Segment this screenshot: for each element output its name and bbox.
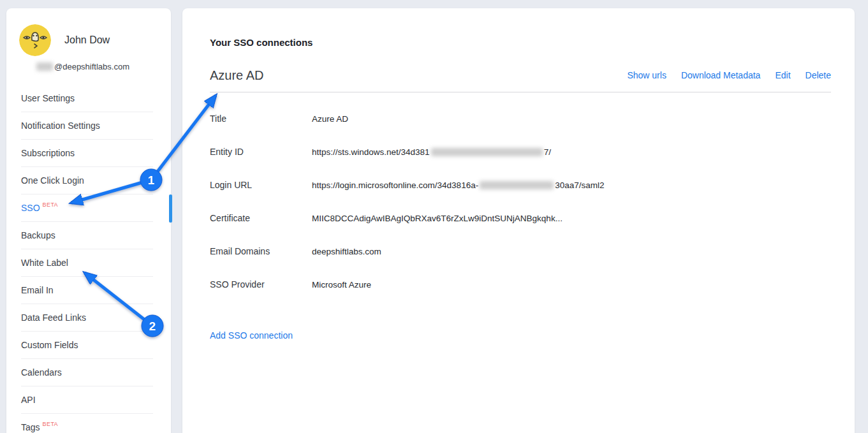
field-row-entity-id: Entity ID https://sts.windows.net/34d381… — [210, 145, 831, 159]
field-label: Login URL — [210, 180, 312, 190]
edit-link[interactable]: Edit — [775, 67, 790, 84]
active-item-indicator — [169, 194, 172, 223]
redacted-text — [480, 181, 554, 189]
show-urls-link[interactable]: Show urls — [627, 67, 666, 84]
field-value: deepshiftlabs.com — [312, 247, 381, 256]
field-value: MIIC8DCCAdigAwIBAgIQbRXav6T6rZxLw9iDntSU… — [312, 214, 563, 223]
value-suffix: 7/ — [544, 147, 551, 157]
value-suffix: 30aa7/saml2 — [555, 180, 604, 190]
field-label: SSO Provider — [210, 279, 312, 290]
header-divider — [210, 92, 831, 92]
sidebar-item-label: Data Feed Links — [21, 312, 86, 323]
beta-badge: BETA — [43, 421, 58, 427]
connection-header: Azure AD Show urls Download Metadata Edi… — [210, 67, 831, 84]
sidebar-item-tags[interactable]: Tags BETA — [21, 414, 153, 433]
field-row-certificate: Certificate MIIC8DCCAdigAwIBAgIQbRXav6T6… — [210, 211, 831, 225]
sidebar-settings-card: John Dow @deepshiftlabs.com User Setting… — [6, 8, 171, 433]
field-label: Certificate — [210, 213, 312, 223]
sidebar-item-white-label[interactable]: White Label — [21, 249, 153, 277]
field-row-title: Title Azure AD — [210, 112, 831, 126]
sidebar-item-label: Backups — [21, 230, 55, 240]
beta-badge: BETA — [43, 202, 58, 208]
delete-link[interactable]: Delete — [805, 67, 831, 84]
connection-actions: Show urls Download Metadata Edit Delete — [627, 67, 831, 84]
field-value: Microsoft Azure — [312, 280, 371, 290]
settings-nav: User Settings Notification Settings Subs… — [6, 85, 171, 433]
sidebar-item-label: Calendars — [21, 367, 62, 378]
sidebar-item-custom-fields[interactable]: Custom Fields — [21, 332, 153, 359]
download-metadata-link[interactable]: Download Metadata — [681, 67, 761, 84]
sidebar-item-label: API — [21, 395, 36, 405]
sidebar-item-label: White Label — [21, 258, 68, 268]
redacted-text — [431, 148, 543, 156]
redacted-email-prefix — [36, 62, 53, 71]
value-prefix: https://sts.windows.net/34d381 — [312, 147, 430, 157]
field-label: Entity ID — [210, 147, 312, 157]
sso-connections-panel: Your SSO connections Azure AD Show urls … — [182, 8, 855, 433]
sidebar-item-backups[interactable]: Backups — [21, 222, 153, 249]
avatar — [19, 24, 51, 56]
field-row-login-url: Login URL https://login.microsoftonline.… — [210, 178, 831, 192]
sidebar-item-label: Subscriptions — [21, 148, 75, 158]
sidebar-item-label: Custom Fields — [21, 340, 78, 350]
field-row-sso-provider: SSO Provider Microsoft Azure — [210, 277, 831, 291]
profile-email: @deepshiftlabs.com — [6, 62, 171, 71]
field-value: https://sts.windows.net/34d381 7/ — [312, 147, 551, 157]
sidebar-item-label: Notification Settings — [21, 121, 100, 131]
sidebar-item-email-in[interactable]: Email In — [21, 277, 153, 304]
profile-name: John Dow — [64, 34, 110, 46]
sidebar-item-label: Email In — [21, 285, 54, 295]
profile-email-text: @deepshiftlabs.com — [54, 62, 129, 71]
sidebar-item-sso[interactable]: SSO BETA — [21, 194, 153, 222]
sidebar-item-calendars[interactable]: Calendars — [21, 359, 153, 386]
field-value: Azure AD — [312, 114, 348, 124]
field-label: Title — [210, 114, 312, 124]
page-title: Your SSO connections — [210, 37, 831, 48]
sidebar-item-data-feed-links[interactable]: Data Feed Links — [21, 304, 153, 332]
sidebar-item-notification-settings[interactable]: Notification Settings — [21, 112, 153, 140]
add-sso-connection-link[interactable]: Add SSO connection — [210, 330, 293, 341]
sidebar-item-label: User Settings — [21, 93, 75, 103]
field-row-email-domains: Email Domains deepshiftlabs.com — [210, 244, 831, 258]
sidebar-item-user-settings[interactable]: User Settings — [21, 85, 153, 112]
sidebar-item-label: Tags — [21, 422, 40, 432]
sidebar-item-label: SSO — [21, 203, 40, 213]
sidebar-item-api[interactable]: API — [21, 386, 153, 414]
sidebar-item-label: One Click Login — [21, 175, 84, 186]
profile-section: John Dow — [6, 8, 171, 56]
field-label: Email Domains — [210, 246, 312, 256]
value-prefix: https://login.microsoftonline.com/34d381… — [312, 180, 478, 190]
connection-name: Azure AD — [210, 67, 263, 84]
sidebar-item-one-click-login[interactable]: One Click Login — [21, 167, 153, 194]
field-value: https://login.microsoftonline.com/34d381… — [312, 180, 604, 190]
sidebar-item-subscriptions[interactable]: Subscriptions — [21, 140, 153, 167]
